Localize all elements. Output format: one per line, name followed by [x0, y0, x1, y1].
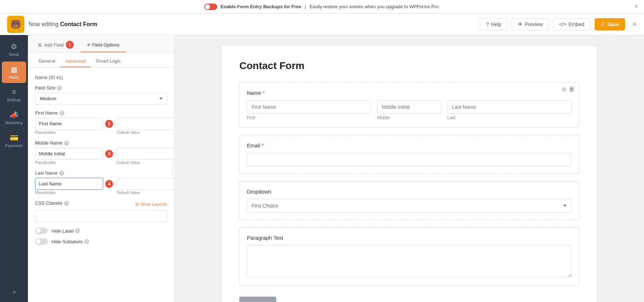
hide-sublabels-toggle[interactable] [35, 238, 48, 245]
duplicate-field-icon[interactable]: ⧉ [562, 86, 566, 93]
save-button[interactable]: ✓ Save [595, 18, 625, 30]
help-icon: ? [486, 21, 489, 27]
field-tabs: General Advanced Smart Logic [28, 53, 174, 68]
notif-separator: | [305, 4, 306, 9]
step-badge-4: 4 [105, 180, 113, 188]
first-name-placeholder-wrapper: 2 Placeholder [35, 118, 113, 135]
field-options-list-icon: ≡ [87, 42, 90, 48]
first-name-help-icon[interactable]: ? [59, 111, 64, 116]
step-badge-1: 1 [66, 41, 74, 49]
marketing-icon: 📣 [10, 111, 19, 119]
css-classes-input[interactable] [35, 210, 167, 222]
hide-label-toggle[interactable] [35, 228, 48, 234]
payments-icon: 💳 [10, 133, 19, 142]
last-name-default-input[interactable] [117, 178, 175, 190]
last-name-placeholder-sublabel: Placeholder [35, 190, 113, 195]
close-notif-icon[interactable]: × [634, 3, 638, 10]
middle-name-default-input[interactable] [117, 148, 175, 160]
middle-name-help-icon[interactable]: ? [64, 141, 69, 146]
middle-name-fields: 3 Placeholder Default Value [35, 148, 167, 165]
dropdown-preview-select[interactable]: First Choice [247, 199, 572, 213]
email-field-label: Email * [247, 142, 572, 148]
notif-toggle[interactable] [204, 4, 217, 10]
css-classes-label: CSS Classes ? [35, 200, 69, 206]
sidebar-item-settings[interactable]: ≡ Settings [2, 84, 26, 106]
tab-general[interactable]: General [34, 55, 60, 67]
hide-sublabels-help-icon[interactable]: ? [84, 239, 89, 244]
email-required-star: * [262, 142, 264, 148]
first-name-placeholder-sublabel: Placeholder [35, 130, 113, 135]
notification-bar: Enable Form Entry Backups for Free | Eas… [0, 0, 644, 14]
hide-label-label: Hide Label ? [52, 228, 80, 234]
embed-button[interactable]: </> Embed [553, 18, 591, 30]
middle-name-preview-input[interactable] [377, 100, 441, 114]
name-required-star: * [263, 90, 265, 96]
settings-icon: ≡ [12, 88, 16, 96]
sidebar-item-marketing[interactable]: 📣 Marketing [2, 107, 26, 128]
css-classes-row: CSS Classes ? ⊞ Show Layouts [35, 200, 167, 208]
field-size-group: Field Size ? Medium [35, 85, 167, 104]
logo-icon: 🐻 [7, 16, 24, 33]
tab-add-field[interactable]: ⊞ Add Field 1 [31, 38, 80, 52]
notif-text1: Enable Form Entry Backups for Free [221, 4, 301, 9]
sidebar-item-setup[interactable]: ⚙ Setup [2, 39, 26, 60]
preview-button[interactable]: 👁 Preview [512, 18, 549, 30]
collapse-panel-button[interactable]: ‹ [172, 161, 175, 176]
css-classes-help-icon[interactable]: ? [64, 201, 69, 206]
fields-icon: ▦ [11, 65, 18, 74]
layouts-grid-icon: ⊞ [135, 202, 139, 207]
middle-name-preview: Middle [377, 100, 441, 120]
last-name-placeholder-input[interactable] [35, 178, 103, 190]
css-classes-group: CSS Classes ? ⊞ Show Layouts [35, 200, 167, 222]
left-panel: ⊞ Add Field 1 ≡ Field Options General Ad… [28, 35, 175, 302]
sidebar-history-button[interactable]: ↺ [2, 287, 26, 298]
first-name-placeholder-input[interactable] [35, 118, 103, 130]
name-subfields: First Middle Last [247, 100, 572, 120]
field-options-tab-label: Field Options [92, 42, 120, 48]
sidebar: ⚙ Setup ▦ Fields ≡ Settings 📣 Marketing … [0, 35, 28, 302]
form-preview: Contact Form Name * First Middle [221, 46, 597, 302]
first-name-preview-input[interactable] [247, 100, 371, 114]
middle-name-default-sublabel: Default Value [117, 160, 175, 165]
last-name-preview-input[interactable] [447, 100, 572, 114]
middle-name-placeholder-input[interactable] [35, 148, 103, 160]
name-field-label: Name * [247, 90, 572, 96]
first-name-fields: 2 Placeholder Default Value [35, 118, 167, 135]
hide-label-help-icon[interactable]: ? [75, 228, 80, 233]
sidebar-item-payments[interactable]: 💳 Payments [2, 130, 26, 151]
close-editor-icon[interactable]: × [632, 20, 637, 29]
name-field-actions: ⧉ 🗑 [562, 86, 575, 93]
main-layout: ⚙ Setup ▦ Fields ≡ Settings 📣 Marketing … [0, 35, 644, 302]
tab-field-options[interactable]: ≡ Field Options [81, 38, 126, 52]
paragraph-preview-textarea[interactable] [247, 245, 572, 277]
tab-advanced[interactable]: Advanced [60, 55, 91, 67]
notif-text2: Easily restore your entries when you upg… [309, 4, 440, 9]
last-name-group: Last Name ? 4 Placeholder Default Value [35, 170, 167, 195]
last-name-help-icon[interactable]: ? [59, 171, 64, 176]
hide-sublabels-row: Hide Sublabels ? [35, 238, 167, 245]
first-name-label: First Name ? [35, 110, 167, 116]
email-preview-input[interactable] [247, 153, 572, 166]
dropdown-field-block[interactable]: Dropdown First Choice [239, 181, 579, 220]
add-field-tab-label: Add Field [44, 42, 64, 48]
submit-button[interactable]: Submit [239, 297, 276, 302]
last-name-default-sublabel: Default Value [117, 190, 175, 195]
email-field-block[interactable]: Email * [239, 135, 579, 174]
help-button[interactable]: ? Help [480, 18, 507, 30]
name-field-block[interactable]: Name * First Middle Last [239, 82, 579, 128]
field-size-select[interactable]: Medium [35, 93, 167, 104]
middle-sublabel: Middle [377, 115, 441, 120]
show-layouts-link[interactable]: ⊞ Show Layouts [135, 202, 167, 207]
setup-icon: ⚙ [11, 42, 17, 51]
panel-content: Name (ID #1) Field Size ? Medium First N… [28, 68, 174, 302]
first-name-default-input[interactable] [117, 118, 175, 130]
sidebar-item-fields[interactable]: ▦ Fields [2, 62, 26, 83]
field-size-help-icon[interactable]: ? [57, 86, 62, 91]
paragraph-field-block[interactable]: Paragraph Text [239, 227, 579, 286]
form-title: Contact Form [239, 60, 579, 72]
tab-smart-logic[interactable]: Smart Logic [91, 55, 126, 67]
editing-text: Now editing Contact Form [29, 21, 97, 28]
field-size-label: Field Size ? [35, 85, 167, 91]
delete-field-icon[interactable]: 🗑 [569, 86, 575, 93]
header: 🐻 Now editing Contact Form ? Help 👁 Prev… [0, 14, 644, 35]
